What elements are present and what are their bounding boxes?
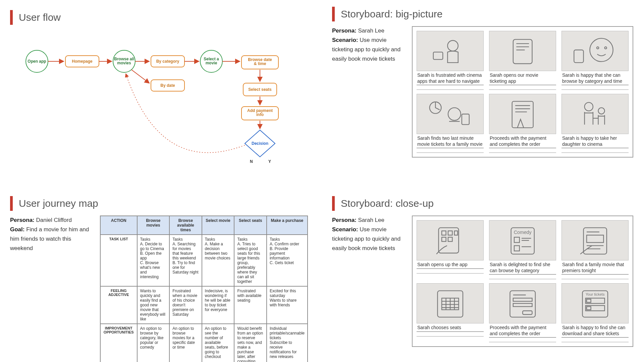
persona-label: Persona: bbox=[332, 217, 357, 223]
node-bycat: By category bbox=[156, 59, 179, 64]
node-bydate: By date bbox=[160, 83, 175, 88]
section-header: Storyboard: big-picture bbox=[332, 7, 634, 21]
sketch-icon bbox=[489, 283, 556, 323]
storyboard-frame: Sarah chooses seats bbox=[417, 283, 484, 342]
caption: Sarah find a family movie that premiers … bbox=[561, 260, 629, 275]
persona-block: Persona: Sarah Lee Scenario: Use movie t… bbox=[332, 26, 406, 64]
label-y: Y bbox=[268, 159, 271, 164]
svg-point-35 bbox=[585, 102, 593, 111]
svg-rect-66 bbox=[513, 298, 532, 301]
svg-rect-46 bbox=[514, 237, 520, 243]
scenario-label: Scenario: bbox=[332, 37, 358, 43]
accent-bar bbox=[10, 196, 13, 211]
storyboard-frame: Proceeds with the payment and completes … bbox=[489, 283, 556, 342]
svg-rect-42 bbox=[442, 237, 446, 242]
accent-bar bbox=[332, 7, 335, 21]
cell: Tasks A. Tries to select good seats for … bbox=[234, 235, 266, 286]
svg-point-18 bbox=[447, 41, 458, 51]
cell: Would benefit from an option to reserve … bbox=[234, 324, 266, 362]
col-select: Select movie bbox=[202, 216, 234, 235]
sketch-icon bbox=[489, 94, 556, 134]
caption: Sarah is delighted to find she can brows… bbox=[489, 260, 556, 275]
storyboard-card: Sarah opens up the app ComedySarah is de… bbox=[412, 216, 633, 347]
section-header: User flow bbox=[10, 10, 312, 25]
section-header: User journey map bbox=[10, 196, 312, 211]
sketch-icon: Comedy bbox=[489, 220, 556, 260]
cell: Tasks A. Searching for movies that featu… bbox=[169, 235, 202, 286]
svg-rect-19 bbox=[433, 52, 443, 59]
svg-rect-67 bbox=[513, 303, 532, 306]
storyboard-frame: Your ticketsSarah is happy to find she c… bbox=[561, 283, 629, 342]
section-title: Storyboard: big-picture bbox=[341, 8, 443, 20]
svg-rect-27 bbox=[574, 50, 583, 63]
col-browse: Browse movies bbox=[137, 216, 170, 235]
sketch-icon bbox=[561, 31, 629, 71]
sketch-icon bbox=[417, 31, 484, 71]
table-row: TASK LIST Tasks A. Decide to go to Cinem… bbox=[100, 235, 308, 286]
section-title: Storyboard: close-up bbox=[341, 198, 434, 209]
svg-rect-53 bbox=[587, 235, 603, 242]
svg-rect-68 bbox=[523, 311, 532, 314]
svg-rect-41 bbox=[454, 231, 458, 235]
storyboard-card: Sarah is frustrated with cinema apps tha… bbox=[412, 26, 633, 158]
sketch-icon bbox=[417, 94, 484, 134]
cell: Individual printable/scannable tickets S… bbox=[267, 324, 308, 362]
sketch-icon bbox=[561, 220, 629, 260]
storyboard-close-section: Storyboard: close-up Persona: Sarah Lee … bbox=[332, 196, 634, 347]
caption: Sarah is frustrated with cinema apps tha… bbox=[417, 71, 484, 85]
svg-line-14 bbox=[131, 70, 149, 83]
storyboard-frame: Proceeds with the payment and completes … bbox=[489, 94, 556, 153]
journey-table: ACTION Browse movies Browse available ti… bbox=[100, 216, 308, 362]
svg-rect-74 bbox=[587, 306, 591, 309]
svg-rect-43 bbox=[448, 237, 452, 242]
col-times: Browse available times bbox=[169, 216, 202, 235]
persona-name: Daniel Clifford bbox=[36, 217, 71, 223]
node-decision: Decision bbox=[252, 141, 268, 146]
cell: Wants to quickly and easily find a good … bbox=[137, 286, 170, 324]
caption: Sarah is happy to take her daughter to c… bbox=[561, 134, 629, 148]
cell: Tasks A. Make a decision between two mov… bbox=[202, 235, 234, 286]
storyboard-frame: Sarah find a family movie that premiers … bbox=[561, 220, 629, 279]
scenario-label: Scenario: bbox=[332, 226, 358, 233]
sketch-icon bbox=[417, 283, 484, 323]
persona-name: Sarah Lee bbox=[358, 217, 384, 223]
node-seats: Select seats bbox=[248, 87, 272, 92]
storyboard-frame: ComedySarah is delighted to find she can… bbox=[489, 220, 556, 279]
storyboard-frame: Sarah opens our movie ticketing app bbox=[489, 31, 556, 90]
accent-bar bbox=[332, 196, 335, 211]
row-improve: IMPROVEMENT OPPORTUNITIES bbox=[100, 324, 137, 362]
col-seats: Select seats bbox=[234, 216, 266, 235]
svg-point-36 bbox=[598, 108, 604, 114]
user-flow-diagram: Open app Browse allmovies Select amovie … bbox=[10, 29, 302, 170]
sketch-icon bbox=[417, 220, 484, 260]
caption: Proceeds with the payment and completes … bbox=[489, 323, 556, 338]
table-row: IMPROVEMENT OPPORTUNITIES An option to b… bbox=[100, 324, 308, 362]
cell: Frustrated with available seating bbox=[234, 286, 266, 324]
svg-rect-40 bbox=[448, 231, 452, 235]
node-homepage: Homepage bbox=[72, 59, 93, 64]
svg-point-24 bbox=[590, 38, 613, 61]
svg-text:Comedy: Comedy bbox=[514, 230, 532, 235]
storyboard-big-section: Storyboard: big-picture Persona: Sarah L… bbox=[332, 7, 634, 158]
svg-text:Your tickets: Your tickets bbox=[586, 292, 605, 296]
section-title: User journey map bbox=[19, 198, 98, 209]
sketch-icon: Your tickets bbox=[561, 283, 629, 323]
node-open: Open app bbox=[28, 59, 46, 64]
persona-block: Persona: Daniel Clifford Goal: Find a mo… bbox=[10, 216, 94, 253]
svg-rect-49 bbox=[514, 246, 520, 251]
section-header: Storyboard: close-up bbox=[332, 196, 634, 211]
col-purchase: Make a purchase bbox=[267, 216, 308, 235]
accent-bar bbox=[10, 10, 13, 25]
section-title: User flow bbox=[19, 12, 61, 23]
caption: Sarah is happy to find she can download … bbox=[561, 323, 629, 338]
cell: An option to browse movies for a specifi… bbox=[169, 324, 202, 362]
goal-label: Goal: bbox=[10, 226, 24, 233]
table-row: FEELING ADJECTIVE Wants to quickly and e… bbox=[100, 286, 308, 324]
svg-point-26 bbox=[604, 47, 606, 49]
caption: Sarah opens our movie ticketing app bbox=[489, 71, 556, 85]
cell: Tasks A. Confirm order B. Provide paymen… bbox=[267, 235, 308, 286]
col-action: ACTION bbox=[100, 216, 137, 235]
svg-rect-20 bbox=[513, 39, 532, 63]
storyboard-frame: Sarah is happy to take her daughter to c… bbox=[561, 94, 629, 153]
row-feeling: FEELING ADJECTIVE bbox=[100, 286, 137, 324]
